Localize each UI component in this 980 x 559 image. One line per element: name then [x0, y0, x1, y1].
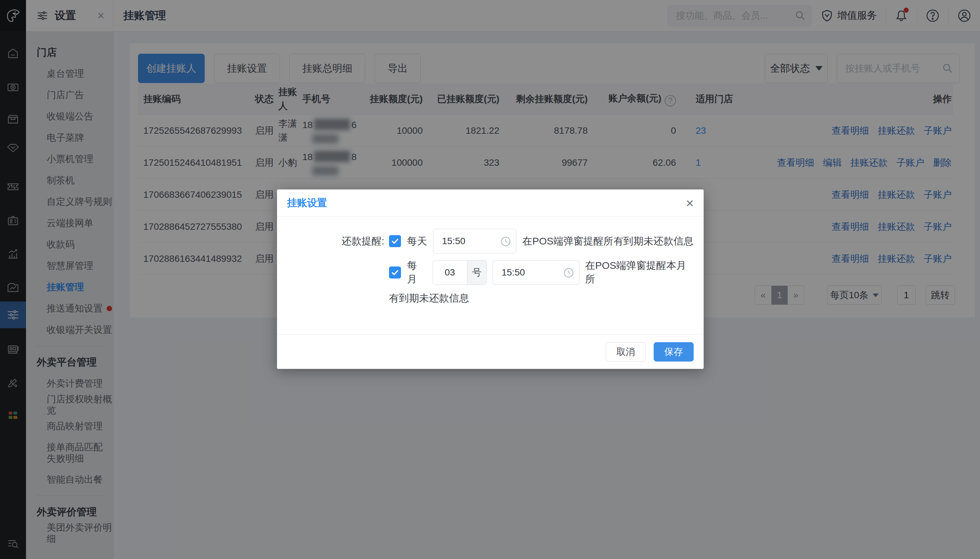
- modal-header: 挂账设置 ×: [277, 189, 704, 217]
- day-unit-addon: 号: [467, 260, 486, 284]
- screen: 设置 × 挂账管理 增值服务: [0, 0, 980, 559]
- daily-reminder-controls: 每天 在POS端弹窗提醒所有到期未还款信息: [389, 229, 693, 253]
- cancel-button[interactable]: 取消: [605, 342, 646, 362]
- daily-time-picker: [433, 229, 516, 253]
- monthly-time-picker: [493, 260, 579, 285]
- monthly-reminder-desc-line2: 有到期未还款信息: [389, 291, 694, 305]
- clock-icon: [563, 267, 574, 278]
- check-icon: [391, 268, 399, 277]
- monthly-label: 每月: [407, 259, 427, 286]
- check-icon: [391, 237, 399, 245]
- monthly-reminder-controls: 每月 号 在POS端弹窗提醒本月所: [389, 259, 694, 286]
- monthly-checkbox[interactable]: [389, 266, 401, 278]
- daily-reminder-desc: 在POS端弹窗提醒所有到期未还款信息: [522, 235, 693, 248]
- close-icon[interactable]: ×: [686, 197, 694, 210]
- modal-footer: 取消 保存: [277, 334, 704, 369]
- reminder-label: 还款提醒:: [277, 235, 384, 248]
- modal-body: 还款提醒: 每天 在POS端弹窗提醒所有到期未还款信息: [277, 217, 704, 305]
- save-button[interactable]: 保存: [654, 342, 694, 362]
- monthly-day-field: 号: [433, 260, 487, 285]
- clock-icon: [500, 236, 511, 247]
- monthly-day-input[interactable]: [433, 260, 467, 284]
- modal-title: 挂账设置: [287, 196, 327, 210]
- daily-label: 每天: [407, 235, 427, 248]
- daily-checkbox[interactable]: [389, 235, 401, 247]
- daily-reminder-row: 还款提醒: 每天 在POS端弹窗提醒所有到期未还款信息: [277, 229, 694, 253]
- monthly-reminder-desc-line1: 在POS端弹窗提醒本月所: [585, 259, 694, 286]
- monthly-reminder-row: 每月 号 在POS端弹窗提醒本月所: [277, 259, 694, 286]
- credit-settings-modal: 挂账设置 × 还款提醒: 每天 在POS端弹窗提醒所有到期未还款信息: [277, 189, 704, 369]
